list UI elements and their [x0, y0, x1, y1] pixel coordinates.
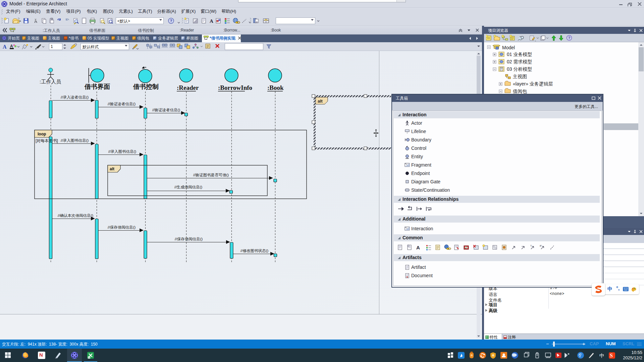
svg-text:alt: alt [110, 167, 114, 171]
svg-text:IF: IF [540, 245, 542, 247]
svg-text:03 分析模型: 03 分析模型 [507, 66, 532, 72]
svg-text://保存借阅信息(): //保存借阅信息() [175, 237, 203, 241]
svg-text::Book: :Book [267, 84, 284, 91]
svg-text://录入图书信息(): //录入图书信息() [61, 138, 89, 142]
svg-text:01 业务模型: 01 业务模型 [507, 52, 532, 57]
svg-text:A: A [210, 18, 213, 24]
svg-text://确认本次借阅信息(): //确认本次借阅信息() [58, 214, 93, 218]
svg-text:借阅包: 借阅包 [513, 88, 527, 94]
svg-text:T: T [530, 245, 532, 247]
svg-text:?: ? [170, 19, 172, 23]
svg-text:A: A [416, 245, 420, 250]
svg-text:中: 中 [599, 353, 604, 358]
svg-text:alt: alt [318, 99, 323, 104]
svg-text://录入读者信息(): //录入读者信息() [61, 95, 89, 99]
svg-text://生成借阅信息(): //生成借阅信息() [174, 185, 202, 189]
svg-text:?: ? [568, 36, 571, 40]
svg-text://保存借阅信息(): //保存借阅信息() [108, 225, 136, 229]
svg-text:借书界面: 借书界面 [84, 83, 110, 90]
svg-text:loop: loop [38, 132, 46, 136]
svg-text:02 需求模型: 02 需求模型 [507, 59, 532, 64]
svg-text://修改图书状态(): //修改图书状态() [240, 249, 268, 253]
svg-text:Model: Model [502, 45, 515, 50]
svg-text:S: S [610, 353, 613, 358]
svg-text::工作人员: :工作人员 [40, 79, 61, 84]
svg-text::Reader: :Reader [177, 84, 199, 91]
svg-text::BorrowInfo: :BorrowInfo [218, 84, 252, 91]
svg-text://验证读者信息(): //验证读者信息() [108, 102, 136, 106]
svg-text:主视图: 主视图 [513, 74, 527, 79]
svg-text://录入图书信息(): //录入图书信息() [108, 149, 136, 154]
svg-text:借书控制: 借书控制 [133, 83, 159, 90]
svg-text://验证图书是否可借(): //验证图书是否可借() [193, 173, 229, 177]
svg-text:[对每本图书]: [对每本图书] [36, 138, 58, 143]
svg-text:A: A [3, 44, 7, 50]
svg-text:A: A [10, 44, 13, 49]
svg-text:«layer» 业务逻辑层: «layer» 业务逻辑层 [513, 81, 553, 86]
svg-text://验证读者信息(): //验证读者信息() [152, 108, 180, 112]
